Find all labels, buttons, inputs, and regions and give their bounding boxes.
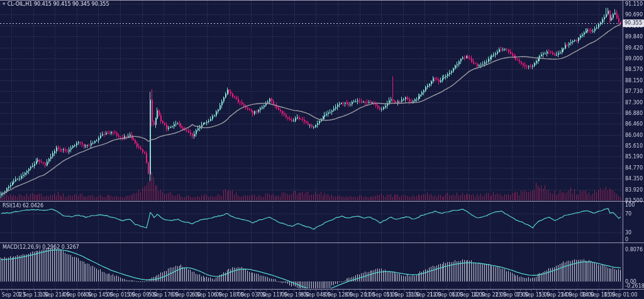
rsi-tick-label: 70 bbox=[625, 211, 631, 217]
price-tick-label: 89.420 bbox=[625, 45, 643, 51]
price-tick-label: 86.460 bbox=[625, 121, 643, 127]
price-tick-label: 86.880 bbox=[625, 111, 643, 116]
chart-legend-text: CL-OIL,H1 90.415 90.415 90.345 90.355 bbox=[8, 1, 109, 7]
price-axis[interactable]: 90.355 91.11090.69090.26089.84089.42089.… bbox=[623, 0, 644, 289]
price-tick-label: 87.300 bbox=[625, 100, 643, 106]
time-axis[interactable]: 1 Sep 20231 Sep 13:001 Sep 21:004 Sep 06… bbox=[0, 290, 644, 299]
price-tick-label: 91.110 bbox=[625, 1, 643, 7]
macd-tick-label: -0.2618 bbox=[625, 283, 644, 289]
time-tick-label: 15 Sep 01:00 bbox=[604, 292, 637, 298]
chart-legend: ▼CL-OIL,H1 90.415 90.415 90.345 90.355 bbox=[3, 1, 109, 7]
macd-indicator-label: MACD(12,26,9) 0.2962 0.3267 bbox=[3, 244, 79, 250]
rsi-tick-label: 100 bbox=[625, 202, 635, 208]
macd-tick-label: 0.8076 bbox=[625, 247, 643, 253]
chevron-down-icon: ▼ bbox=[3, 1, 6, 6]
price-tick-label: 89.840 bbox=[625, 34, 643, 40]
chart-canvas[interactable] bbox=[0, 0, 644, 299]
rsi-tick-label: 30 bbox=[625, 230, 631, 236]
price-tick-label: 85.610 bbox=[625, 143, 643, 149]
price-tick-label: 88.570 bbox=[625, 67, 643, 72]
price-tick-label: 83.920 bbox=[625, 187, 643, 193]
price-tick-label: 85.190 bbox=[625, 154, 643, 160]
price-tick-label: 84.350 bbox=[625, 176, 643, 182]
current-price-badge: 90.355 bbox=[623, 19, 644, 27]
rsi-indicator-label: RSI(14) 62.0426 bbox=[3, 203, 43, 209]
price-tick-label: 89.000 bbox=[625, 56, 643, 62]
price-tick-label: 86.040 bbox=[625, 133, 643, 138]
price-tick-label: 84.770 bbox=[625, 165, 643, 171]
mt5-chart-window: ▼CL-OIL,H1 90.415 90.415 90.345 90.355 R… bbox=[0, 0, 644, 299]
price-tick-label: 90.690 bbox=[625, 12, 643, 18]
rsi-tick-label: 0 bbox=[625, 237, 628, 242]
price-tick-label: 88.150 bbox=[625, 78, 643, 84]
price-tick-label: 87.730 bbox=[625, 89, 643, 94]
